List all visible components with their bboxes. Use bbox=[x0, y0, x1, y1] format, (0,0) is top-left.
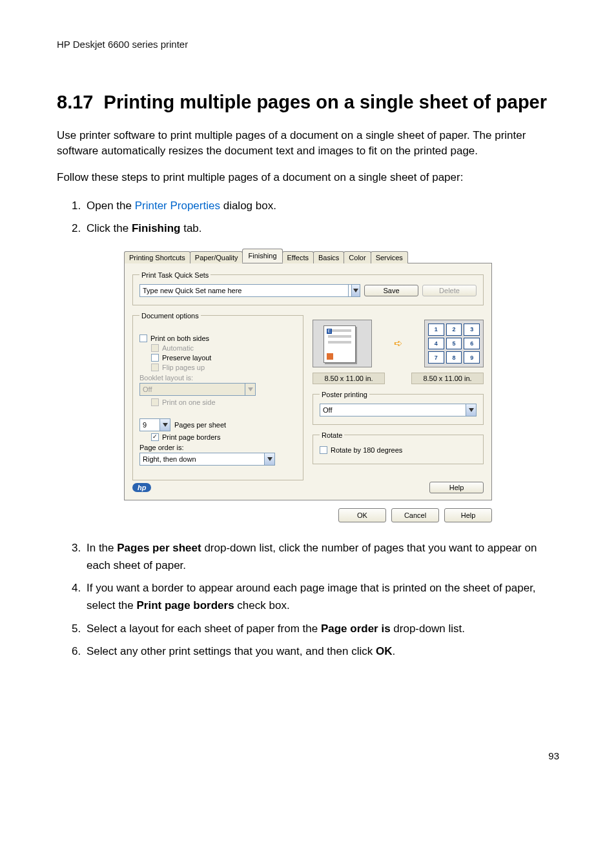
thumb-cell: 2 bbox=[446, 324, 462, 336]
print-page-borders-checkbox[interactable]: ✓Print page borders bbox=[139, 433, 296, 441]
step-5-bold: Page order is bbox=[321, 622, 391, 635]
rotate-group: Rotate Rotate by 180 degrees bbox=[313, 431, 484, 464]
hp-logo[interactable]: hp bbox=[132, 483, 151, 492]
step-2-text-a: Click the bbox=[87, 222, 132, 234]
step-1-text-a: Open the bbox=[87, 200, 135, 212]
document-options-legend: Document options bbox=[139, 312, 201, 320]
thumb-cell: 5 bbox=[446, 338, 462, 350]
quick-sets-group: Print Task Quick Sets Save Delete bbox=[132, 271, 484, 305]
automatic-label: Automatic bbox=[162, 344, 194, 352]
thumb-cell: 3 bbox=[464, 324, 480, 336]
tab-strip: Printing Shortcuts Paper/Quality Finishi… bbox=[124, 249, 492, 263]
svg-marker-0 bbox=[353, 289, 358, 293]
booklet-layout-value: Off bbox=[143, 385, 152, 393]
printer-properties-link[interactable]: Printer Properties bbox=[135, 200, 220, 212]
tab-finishing[interactable]: Finishing bbox=[242, 249, 282, 263]
save-button[interactable]: Save bbox=[364, 285, 418, 296]
dimension-right: 8.50 x 11.00 in. bbox=[411, 373, 484, 384]
quick-set-name-input[interactable] bbox=[139, 284, 349, 297]
step-6-text-a: Select any other print settings that you… bbox=[87, 645, 376, 657]
step-4-text-b: check box. bbox=[234, 599, 290, 611]
section-heading: 8.17 Printing multiple pages on a single… bbox=[57, 90, 559, 115]
thumb-cell: 6 bbox=[464, 338, 480, 350]
poster-printing-select[interactable]: Off bbox=[320, 404, 477, 416]
automatic-checkbox: Automatic bbox=[139, 344, 296, 352]
booklet-layout-select: Off bbox=[139, 383, 256, 396]
dialog-footer: OK Cancel Help bbox=[124, 508, 492, 522]
steps-list-continued: In the Pages per sheet drop-down list, c… bbox=[57, 539, 559, 660]
thumb-cell: 8 bbox=[446, 351, 462, 364]
print-both-sides-label: Print on both sides bbox=[150, 334, 209, 342]
section-number: 8.17 bbox=[57, 92, 93, 112]
tab-services[interactable]: Services bbox=[371, 251, 408, 263]
svg-marker-2 bbox=[163, 423, 168, 427]
print-both-sides-checkbox[interactable]: Print on both sides bbox=[139, 334, 296, 342]
tab-paper-quality[interactable]: Paper/Quality bbox=[190, 251, 243, 263]
step-2-text-b: tab. bbox=[180, 222, 201, 234]
tab-color[interactable]: Color bbox=[344, 251, 371, 263]
step-3-text-a: In the bbox=[87, 542, 117, 554]
quick-set-dropdown[interactable] bbox=[349, 284, 360, 297]
preview-before: E bbox=[313, 320, 372, 367]
cancel-button[interactable]: Cancel bbox=[391, 508, 439, 522]
step-3-bold: Pages per sheet bbox=[117, 542, 201, 554]
pages-per-sheet-label: Pages per sheet bbox=[174, 421, 226, 429]
pages-per-sheet-value: 9 bbox=[143, 421, 147, 429]
thumb-cell: 1 bbox=[428, 324, 444, 336]
step-1: Open the Printer Properties dialog box. bbox=[84, 197, 559, 214]
preserve-layout-label: Preserve layout bbox=[162, 354, 211, 362]
page-number: 93 bbox=[57, 750, 559, 761]
step-4: If you want a border to appear around ea… bbox=[84, 579, 559, 614]
pages-per-sheet-select[interactable]: 9 bbox=[139, 418, 170, 431]
thumb-cell: 7 bbox=[428, 351, 444, 364]
quick-sets-legend: Print Task Quick Sets bbox=[139, 271, 210, 279]
step-5: Select a layout for each sheet of paper … bbox=[84, 620, 559, 637]
print-page-borders-label: Print page borders bbox=[162, 433, 221, 441]
document-options-group: Document options Print on both sides Aut… bbox=[132, 312, 303, 480]
step-3: In the Pages per sheet drop-down list, c… bbox=[84, 539, 559, 574]
arrow-icon: ➪ bbox=[394, 337, 402, 349]
tab-basics[interactable]: Basics bbox=[313, 251, 344, 263]
page-order-value: Right, then down bbox=[143, 455, 196, 463]
step-6-text-b: . bbox=[392, 645, 395, 657]
page-order-select[interactable]: Right, then down bbox=[139, 453, 275, 466]
step-2: Click the Finishing tab. bbox=[84, 220, 559, 237]
intro-paragraph-1: Use printer software to print multiple p… bbox=[57, 128, 559, 158]
flip-pages-label: Flip pages up bbox=[162, 364, 205, 371]
poster-printing-group: Poster printing Off bbox=[313, 391, 484, 425]
step-5-text-a: Select a layout for each sheet of paper … bbox=[87, 622, 321, 635]
print-one-side-label: Print on one side bbox=[162, 398, 216, 406]
booklet-layout-label: Booklet layout is: bbox=[139, 374, 296, 382]
step-2-bold: Finishing bbox=[132, 222, 181, 234]
svg-marker-1 bbox=[248, 387, 253, 391]
svg-marker-4 bbox=[469, 408, 474, 412]
rotate-180-checkbox[interactable]: Rotate by 180 degrees bbox=[320, 446, 477, 454]
tab-panel: Print Task Quick Sets Save Delete Docume… bbox=[124, 263, 492, 500]
dimension-left: 8.50 x 11.00 in. bbox=[313, 373, 385, 384]
page-order-label: Page order is: bbox=[139, 444, 296, 451]
print-one-side-checkbox: Print on one side bbox=[139, 398, 296, 406]
printer-properties-dialog: Printing Shortcuts Paper/Quality Finishi… bbox=[124, 249, 492, 522]
rotate-180-label: Rotate by 180 degrees bbox=[331, 446, 402, 454]
help-button[interactable]: Help bbox=[429, 482, 484, 493]
rotate-legend: Rotate bbox=[320, 431, 344, 439]
step-6-bold: OK bbox=[376, 645, 393, 657]
ok-button[interactable]: OK bbox=[338, 508, 386, 522]
pages-per-sheet-row: 9 Pages per sheet bbox=[139, 418, 296, 431]
preview-after: 1 2 3 4 5 6 7 8 9 bbox=[424, 320, 484, 367]
poster-printing-value: Off bbox=[323, 406, 332, 414]
page-header: HP Deskjet 6600 series printer bbox=[57, 39, 559, 50]
poster-printing-legend: Poster printing bbox=[320, 391, 369, 398]
footer-help-button[interactable]: Help bbox=[444, 508, 492, 522]
svg-marker-3 bbox=[267, 457, 272, 461]
preserve-layout-checkbox[interactable]: Preserve layout bbox=[139, 354, 296, 362]
step-1-text-b: dialog box. bbox=[220, 200, 276, 212]
thumb-cell: 4 bbox=[428, 338, 444, 350]
delete-button: Delete bbox=[422, 285, 477, 296]
tab-printing-shortcuts[interactable]: Printing Shortcuts bbox=[124, 251, 190, 263]
flip-pages-checkbox: Flip pages up bbox=[139, 364, 296, 371]
step-4-bold: Print page borders bbox=[137, 599, 234, 611]
step-6: Select any other print settings that you… bbox=[84, 642, 559, 660]
tab-effects[interactable]: Effects bbox=[282, 251, 314, 263]
thumb-cell: 9 bbox=[464, 351, 480, 364]
